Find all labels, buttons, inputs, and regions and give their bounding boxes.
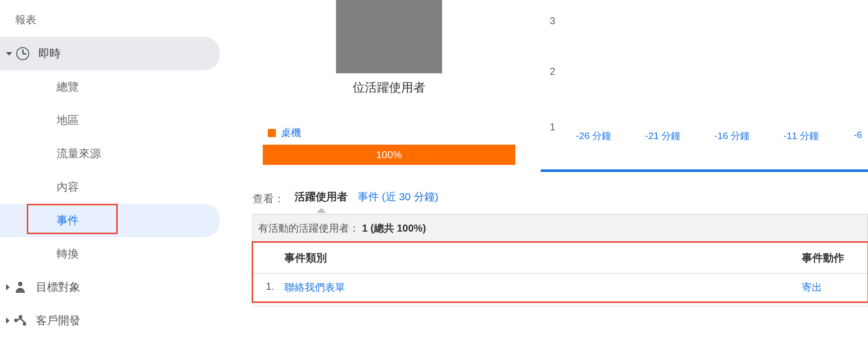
sidebar-item-locations[interactable]: 地區 <box>0 104 222 137</box>
x-label: -21 分鐘 <box>640 129 686 143</box>
sidebar-item-audience[interactable]: 目標對象 <box>0 271 222 304</box>
sidebar-item-overview[interactable]: 總覽 <box>0 70 222 104</box>
device-legend-label[interactable]: 桌機 <box>281 126 301 140</box>
y-tick: 1 <box>550 121 555 133</box>
chart-block: 3 2 1 -26 分鐘 -21 分鐘 -16 分鐘 -11 分鐘 -6 <box>541 0 868 172</box>
sidebar-item-traffic[interactable]: 流量來源 <box>0 137 222 170</box>
summary-prefix: 有活動的活躍使用者： <box>258 223 359 234</box>
x-label: -6 <box>848 129 868 143</box>
chart-baseline <box>541 169 868 172</box>
sidebar-item-content[interactable]: 內容 <box>0 170 222 204</box>
view-tabs: 查看： 活躍使用者 事件 (近 30 分鐘) <box>253 190 868 208</box>
active-users-block: 位活躍使用者 桌機 100% <box>253 0 525 165</box>
sidebar-item-events[interactable]: 事件 <box>0 204 220 237</box>
summary-bar: 有活動的活躍使用者： 1 (總共 100%) <box>253 214 868 243</box>
events-table: 事件類別 事件動作 1. 聯絡我們表單 寄出 <box>253 243 868 302</box>
x-labels: -26 分鐘 -21 分鐘 -16 分鐘 -11 分鐘 -6 <box>571 129 868 143</box>
view-label: 查看： <box>253 192 284 206</box>
y-tick: 3 <box>550 15 555 27</box>
header-event-action[interactable]: 事件動作 <box>802 251 867 265</box>
tab-events-30min[interactable]: 事件 (近 30 分鐘) <box>358 190 439 208</box>
chevron-right-icon <box>6 318 10 324</box>
table-header: 事件類別 事件動作 <box>253 243 867 274</box>
row-category[interactable]: 聯絡我們表單 <box>278 281 802 294</box>
tab-active-users[interactable]: 活躍使用者 <box>295 190 348 208</box>
top-row: 位活躍使用者 桌機 100% 3 2 1 -26 分鐘 -21 分鐘 -16 分… <box>253 0 868 172</box>
chevron-down-icon <box>6 52 12 56</box>
sidebar-acquisition-label: 客戶開發 <box>36 313 80 328</box>
sidebar-audience-label: 目標對象 <box>36 280 80 295</box>
row-index: 1. <box>253 281 278 294</box>
x-label: -26 分鐘 <box>571 129 616 143</box>
header-event-category[interactable]: 事件類別 <box>278 251 802 265</box>
chevron-right-icon <box>6 284 10 290</box>
sidebar-item-conversions[interactable]: 轉換 <box>0 237 222 271</box>
table-footer <box>253 302 868 307</box>
summary-value: 1 (總共 100%) <box>362 223 426 234</box>
person-icon <box>15 282 26 293</box>
device-legend: 桌機 <box>268 126 525 140</box>
acquisition-icon <box>14 315 26 326</box>
x-label: -16 分鐘 <box>709 129 755 143</box>
clock-icon <box>16 47 29 60</box>
table-row: 1. 聯絡我們表單 寄出 <box>253 274 867 301</box>
nav-section-realtime: 即時 總覽 地區 流量來源 內容 事件 轉換 <box>0 37 222 271</box>
y-tick: 2 <box>550 66 555 77</box>
legend-square-icon <box>268 129 276 137</box>
active-users-label: 位活躍使用者 <box>253 79 525 96</box>
device-progress-bar: 100% <box>263 145 515 165</box>
sidebar-header: 報表 <box>0 5 222 37</box>
nav-realtime-label: 即時 <box>38 46 61 61</box>
nav-realtime-toggle[interactable]: 即時 <box>0 37 220 70</box>
redacted-block <box>336 0 442 73</box>
row-action[interactable]: 寄出 <box>802 281 867 294</box>
sidebar: 報表 即時 總覽 地區 流量來源 內容 事件 轉換 目標對象 客戶開發 <box>0 0 222 354</box>
chart-area: 3 2 1 -26 分鐘 -21 分鐘 -16 分鐘 -11 分鐘 -6 <box>541 0 868 147</box>
sidebar-item-acquisition[interactable]: 客戶開發 <box>0 304 222 337</box>
main-content: 位活躍使用者 桌機 100% 3 2 1 -26 分鐘 -21 分鐘 -16 分… <box>222 0 868 354</box>
x-label: -11 分鐘 <box>779 129 824 143</box>
